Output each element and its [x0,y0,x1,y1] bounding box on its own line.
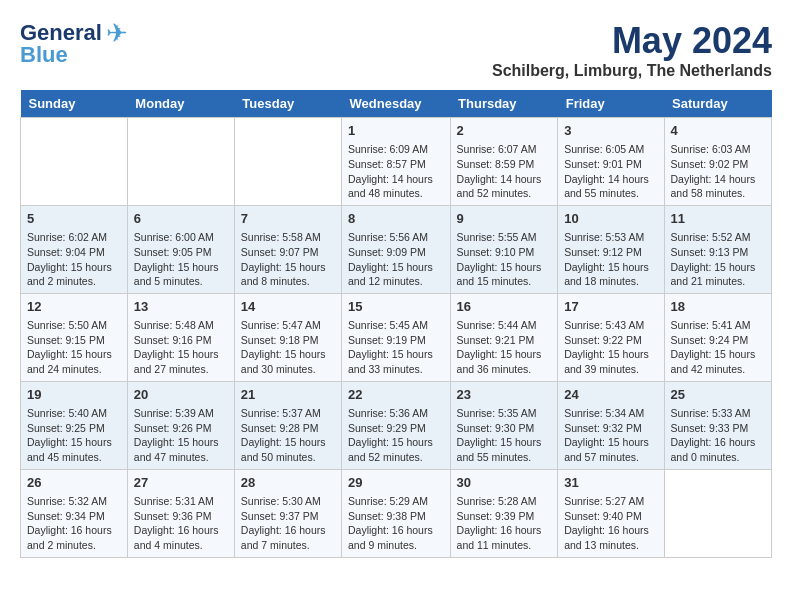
day-info: Sunrise: 6:00 AM Sunset: 9:05 PM Dayligh… [134,230,228,289]
day-info: Sunrise: 6:05 AM Sunset: 9:01 PM Dayligh… [564,142,657,201]
calendar-cell [127,118,234,206]
calendar-cell: 17Sunrise: 5:43 AM Sunset: 9:22 PM Dayli… [558,293,664,381]
day-header-sunday: Sunday [21,90,128,118]
calendar-cell: 27Sunrise: 5:31 AM Sunset: 9:36 PM Dayli… [127,469,234,557]
calendar-cell: 3Sunrise: 6:05 AM Sunset: 9:01 PM Daylig… [558,118,664,206]
day-info: Sunrise: 5:36 AM Sunset: 9:29 PM Dayligh… [348,406,444,465]
day-info: Sunrise: 5:40 AM Sunset: 9:25 PM Dayligh… [27,406,121,465]
day-header-wednesday: Wednesday [342,90,451,118]
day-number: 12 [27,298,121,316]
day-number: 5 [27,210,121,228]
calendar-cell: 25Sunrise: 5:33 AM Sunset: 9:33 PM Dayli… [664,381,771,469]
day-number: 8 [348,210,444,228]
calendar-cell [21,118,128,206]
day-info: Sunrise: 5:28 AM Sunset: 9:39 PM Dayligh… [457,494,552,553]
day-number: 16 [457,298,552,316]
day-number: 21 [241,386,335,404]
main-title: May 2024 [492,20,772,62]
day-number: 23 [457,386,552,404]
day-header-monday: Monday [127,90,234,118]
day-info: Sunrise: 5:32 AM Sunset: 9:34 PM Dayligh… [27,494,121,553]
day-number: 29 [348,474,444,492]
day-info: Sunrise: 6:02 AM Sunset: 9:04 PM Dayligh… [27,230,121,289]
day-header-friday: Friday [558,90,664,118]
day-number: 28 [241,474,335,492]
day-number: 2 [457,122,552,140]
day-info: Sunrise: 5:39 AM Sunset: 9:26 PM Dayligh… [134,406,228,465]
day-info: Sunrise: 5:34 AM Sunset: 9:32 PM Dayligh… [564,406,657,465]
day-number: 24 [564,386,657,404]
calendar-cell: 26Sunrise: 5:32 AM Sunset: 9:34 PM Dayli… [21,469,128,557]
day-number: 6 [134,210,228,228]
calendar-cell: 15Sunrise: 5:45 AM Sunset: 9:19 PM Dayli… [342,293,451,381]
calendar-cell: 5Sunrise: 6:02 AM Sunset: 9:04 PM Daylig… [21,205,128,293]
calendar-cell: 4Sunrise: 6:03 AM Sunset: 9:02 PM Daylig… [664,118,771,206]
day-number: 7 [241,210,335,228]
calendar-cell: 12Sunrise: 5:50 AM Sunset: 9:15 PM Dayli… [21,293,128,381]
calendar-cell: 28Sunrise: 5:30 AM Sunset: 9:37 PM Dayli… [234,469,341,557]
title-block: May 2024 Schilberg, Limburg, The Netherl… [492,20,772,80]
day-info: Sunrise: 5:48 AM Sunset: 9:16 PM Dayligh… [134,318,228,377]
calendar-cell: 11Sunrise: 5:52 AM Sunset: 9:13 PM Dayli… [664,205,771,293]
calendar-cell: 22Sunrise: 5:36 AM Sunset: 9:29 PM Dayli… [342,381,451,469]
day-number: 17 [564,298,657,316]
calendar-cell: 16Sunrise: 5:44 AM Sunset: 9:21 PM Dayli… [450,293,558,381]
calendar-cell: 14Sunrise: 5:47 AM Sunset: 9:18 PM Dayli… [234,293,341,381]
calendar-cell: 18Sunrise: 5:41 AM Sunset: 9:24 PM Dayli… [664,293,771,381]
subtitle: Schilberg, Limburg, The Netherlands [492,62,772,80]
day-info: Sunrise: 5:29 AM Sunset: 9:38 PM Dayligh… [348,494,444,553]
day-number: 13 [134,298,228,316]
day-info: Sunrise: 5:35 AM Sunset: 9:30 PM Dayligh… [457,406,552,465]
day-info: Sunrise: 5:37 AM Sunset: 9:28 PM Dayligh… [241,406,335,465]
day-info: Sunrise: 5:41 AM Sunset: 9:24 PM Dayligh… [671,318,765,377]
calendar-cell: 2Sunrise: 6:07 AM Sunset: 8:59 PM Daylig… [450,118,558,206]
day-number: 25 [671,386,765,404]
day-info: Sunrise: 6:07 AM Sunset: 8:59 PM Dayligh… [457,142,552,201]
day-info: Sunrise: 5:33 AM Sunset: 9:33 PM Dayligh… [671,406,765,465]
day-info: Sunrise: 5:43 AM Sunset: 9:22 PM Dayligh… [564,318,657,377]
day-header-thursday: Thursday [450,90,558,118]
day-number: 10 [564,210,657,228]
day-header-tuesday: Tuesday [234,90,341,118]
day-header-saturday: Saturday [664,90,771,118]
day-info: Sunrise: 5:45 AM Sunset: 9:19 PM Dayligh… [348,318,444,377]
day-number: 20 [134,386,228,404]
day-info: Sunrise: 5:53 AM Sunset: 9:12 PM Dayligh… [564,230,657,289]
calendar-cell [664,469,771,557]
day-number: 14 [241,298,335,316]
day-number: 18 [671,298,765,316]
day-number: 15 [348,298,444,316]
calendar-cell: 8Sunrise: 5:56 AM Sunset: 9:09 PM Daylig… [342,205,451,293]
day-number: 3 [564,122,657,140]
day-info: Sunrise: 5:44 AM Sunset: 9:21 PM Dayligh… [457,318,552,377]
day-info: Sunrise: 6:03 AM Sunset: 9:02 PM Dayligh… [671,142,765,201]
page-header: General ✈ Blue May 2024 Schilberg, Limbu… [20,20,772,80]
logo: General ✈ Blue [20,20,128,66]
calendar-cell: 1Sunrise: 6:09 AM Sunset: 8:57 PM Daylig… [342,118,451,206]
calendar-cell: 13Sunrise: 5:48 AM Sunset: 9:16 PM Dayli… [127,293,234,381]
calendar-cell: 9Sunrise: 5:55 AM Sunset: 9:10 PM Daylig… [450,205,558,293]
calendar-cell: 10Sunrise: 5:53 AM Sunset: 9:12 PM Dayli… [558,205,664,293]
day-number: 30 [457,474,552,492]
day-number: 11 [671,210,765,228]
day-info: Sunrise: 6:09 AM Sunset: 8:57 PM Dayligh… [348,142,444,201]
calendar-table: SundayMondayTuesdayWednesdayThursdayFrid… [20,90,772,558]
day-number: 26 [27,474,121,492]
day-info: Sunrise: 5:30 AM Sunset: 9:37 PM Dayligh… [241,494,335,553]
day-info: Sunrise: 5:47 AM Sunset: 9:18 PM Dayligh… [241,318,335,377]
calendar-cell: 20Sunrise: 5:39 AM Sunset: 9:26 PM Dayli… [127,381,234,469]
day-number: 22 [348,386,444,404]
calendar-cell: 31Sunrise: 5:27 AM Sunset: 9:40 PM Dayli… [558,469,664,557]
calendar-cell: 19Sunrise: 5:40 AM Sunset: 9:25 PM Dayli… [21,381,128,469]
calendar-cell: 30Sunrise: 5:28 AM Sunset: 9:39 PM Dayli… [450,469,558,557]
day-info: Sunrise: 5:50 AM Sunset: 9:15 PM Dayligh… [27,318,121,377]
calendar-cell: 21Sunrise: 5:37 AM Sunset: 9:28 PM Dayli… [234,381,341,469]
day-number: 31 [564,474,657,492]
calendar-cell: 24Sunrise: 5:34 AM Sunset: 9:32 PM Dayli… [558,381,664,469]
day-info: Sunrise: 5:27 AM Sunset: 9:40 PM Dayligh… [564,494,657,553]
day-number: 27 [134,474,228,492]
day-number: 1 [348,122,444,140]
day-number: 19 [27,386,121,404]
calendar-cell [234,118,341,206]
day-number: 4 [671,122,765,140]
